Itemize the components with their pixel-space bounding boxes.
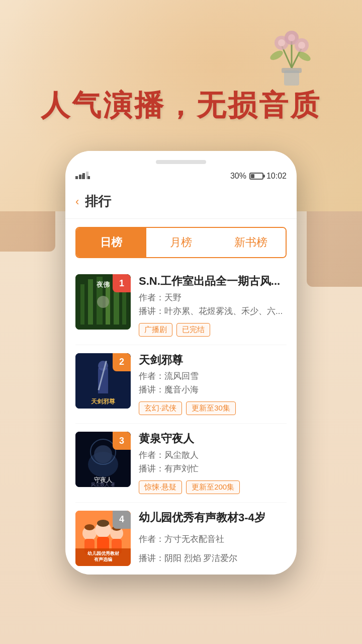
tag-status-1: 已完结 [176,323,210,337]
svg-point-6 [278,39,285,46]
book-list: 夜佛 1 S.N.工作室出品全一期古风... 作者：天野 播讲：叶亦累、花煜雾浅… [65,266,297,575]
book-cover-3: 守夜人 风尘散人 著 3 [75,432,131,487]
svg-point-11 [268,49,284,62]
app-header: ‹ 排行 [65,185,297,219]
svg-point-26 [97,296,109,308]
clock: 10:02 [266,172,287,181]
svg-point-35 [94,445,112,463]
signal-icon [75,171,94,181]
book-narrator-3: 播讲：有声刘忙 [139,463,287,474]
phone-mockup: 30% 10:02 ‹ 排行 日榜 月榜 新书榜 [65,151,297,575]
book-title-1: S.N.工作室出品全一期古风... [139,274,287,289]
book-title-3: 黄泉守夜人 [139,432,287,446]
svg-rect-13 [75,176,78,179]
svg-point-46 [84,524,95,530]
book-item-3[interactable]: 守夜人 风尘散人 著 3 黄泉守夜人 作者：风尘散人 播讲：有声刘忙 [75,424,287,503]
status-bar: 30% 10:02 [65,168,297,185]
book-info-3: 黄泉守夜人 作者：风尘散人 播讲：有声刘忙 惊悚·悬疑 更新至200集 [131,432,287,494]
book-narrator-1: 播讲：叶亦累、花煜雾浅、禾少、六... [139,305,287,317]
book-narrator-2: 播讲：魔音小海 [139,384,287,395]
svg-point-47 [97,520,109,527]
tag-update-3: 更新至200集 [186,480,240,494]
svg-text:有声选编: 有声选编 [94,557,112,562]
tab-daily[interactable]: 日榜 [76,228,146,257]
book-author-1: 作者：天野 [139,292,287,303]
phone-notch [65,151,297,168]
book-info-1: S.N.工作室出品全一期古风... 作者：天野 播讲：叶亦累、花煜雾浅、禾少、六… [131,274,287,337]
svg-text:幼儿园优秀教材: 幼儿园优秀教材 [87,551,120,556]
tag-genre-3: 惊悚·悬疑 [139,480,182,494]
hero-title: 人气演播，无损音质 [21,86,341,125]
outer-container: 人气演播，无损音质 [0,0,362,644]
rank-badge-2: 2 [113,353,131,371]
battery-percent: 30% [230,172,246,181]
svg-rect-21 [88,279,93,325]
tab-new[interactable]: 新书榜 [216,228,286,257]
svg-text:风尘散人 著: 风尘散人 著 [91,482,115,487]
book-info-2: 天剑邪尊 作者：流风回雪 播讲：魔音小海 玄幻·武侠 更新至30集 [131,353,287,416]
svg-rect-14 [79,175,81,179]
book-cover-2: 天剑邪尊 2 [75,353,131,409]
book-tags-1: 广播剧 已完结 [139,323,287,337]
book-tags-3: 惊悚·悬疑 更新至200集 [139,480,287,494]
book-cover-1: 夜佛 1 [75,274,131,330]
book-author-2: 作者：流风回雪 [139,370,287,382]
svg-rect-1 [282,68,302,73]
phone-speaker [156,160,206,164]
svg-point-8 [288,34,295,41]
tab-monthly[interactable]: 月榜 [146,228,216,257]
svg-rect-20 [80,284,84,325]
status-left [75,171,94,181]
tag-update-2: 更新至30集 [186,401,236,415]
back-button[interactable]: ‹ [75,195,79,208]
book-title-2: 天剑邪尊 [139,353,287,368]
tag-genre-1: 广播剧 [139,323,172,337]
battery-icon [249,173,263,180]
book-item-1[interactable]: 夜佛 1 S.N.工作室出品全一期古风... 作者：天野 播讲：叶亦累、花煜雾浅… [75,266,287,345]
book-narrator-4: 播讲：阴阳 烈焰 罗洁爱尔 [139,552,287,564]
tab-bar: 日榜 月榜 新书榜 [75,227,287,258]
page-title: 排行 [85,193,111,210]
svg-rect-18 [82,175,84,179]
book-title-4: 幼儿园优秀有声教材3-4岁 [139,511,287,525]
book-cover-4: 幼儿园优秀教材 有声选编 4 [75,511,131,566]
svg-text:天剑邪尊: 天剑邪尊 [90,398,116,405]
svg-rect-17 [87,176,90,179]
book-item-2[interactable]: 天剑邪尊 2 天剑邪尊 作者：流风回雪 播讲：魔音小海 玄幻·武侠 更 [75,345,287,424]
status-right: 30% 10:02 [230,172,287,181]
flower-decoration [261,20,322,91]
book-item-4[interactable]: 幼儿园优秀教材 有声选编 4 幼儿园优秀有声教材3-4岁 作者：方寸无衣配音社 … [75,503,287,575]
rank-badge-3: 3 [113,432,131,450]
tag-genre-2: 玄幻·武侠 [139,401,182,415]
book-info-4: 幼儿园优秀有声教材3-4岁 作者：方寸无衣配音社 播讲：阴阳 烈焰 罗洁爱尔 [131,511,287,566]
rank-badge-4: 4 [113,511,131,529]
book-author-3: 作者：风尘散人 [139,449,287,461]
svg-point-10 [298,42,305,49]
book-tags-2: 玄幻·武侠 更新至30集 [139,401,287,415]
svg-text:夜佛: 夜佛 [96,281,110,288]
rank-badge-1: 1 [113,274,131,292]
book-author-4: 作者：方寸无衣配音社 [139,533,287,545]
